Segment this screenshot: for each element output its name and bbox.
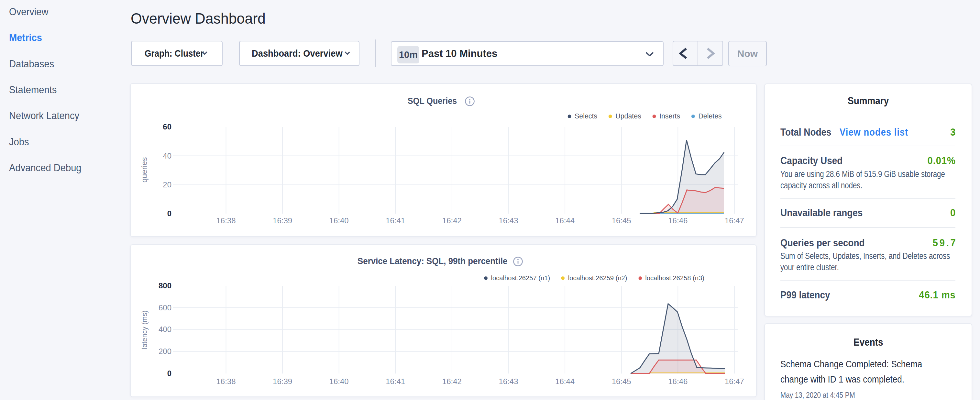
svg-text:16:44: 16:44: [555, 377, 574, 386]
svg-text:800: 800: [159, 281, 172, 290]
svg-text:16:39: 16:39: [273, 377, 292, 386]
svg-text:16:40: 16:40: [329, 216, 349, 225]
svg-text:16:38: 16:38: [216, 377, 235, 386]
svg-text:200: 200: [159, 347, 172, 356]
svg-text:16:47: 16:47: [725, 216, 744, 225]
svg-text:queries: queries: [140, 157, 148, 183]
svg-text:16:43: 16:43: [499, 377, 518, 386]
svg-text:16:38: 16:38: [216, 216, 235, 225]
svg-text:16:41: 16:41: [386, 377, 405, 386]
svg-text:latency (ms): latency (ms): [140, 310, 148, 349]
svg-text:16:43: 16:43: [499, 216, 518, 225]
svg-text:60: 60: [163, 122, 172, 131]
svg-text:400: 400: [159, 325, 172, 334]
svg-text:16:46: 16:46: [668, 377, 687, 386]
svg-text:16:42: 16:42: [442, 216, 462, 225]
svg-text:16:44: 16:44: [555, 216, 574, 225]
svg-text:0: 0: [167, 209, 172, 218]
svg-text:0: 0: [167, 369, 172, 378]
svg-text:16:42: 16:42: [442, 377, 462, 386]
svg-text:16:40: 16:40: [329, 377, 349, 386]
svg-text:40: 40: [163, 151, 172, 160]
svg-text:16:45: 16:45: [612, 377, 631, 386]
svg-text:20: 20: [163, 180, 172, 189]
svg-text:16:39: 16:39: [273, 216, 292, 225]
svg-text:16:47: 16:47: [725, 377, 744, 386]
svg-text:16:46: 16:46: [668, 216, 687, 225]
svg-text:600: 600: [159, 303, 172, 312]
svg-text:16:45: 16:45: [612, 216, 631, 225]
svg-text:16:41: 16:41: [386, 216, 405, 225]
